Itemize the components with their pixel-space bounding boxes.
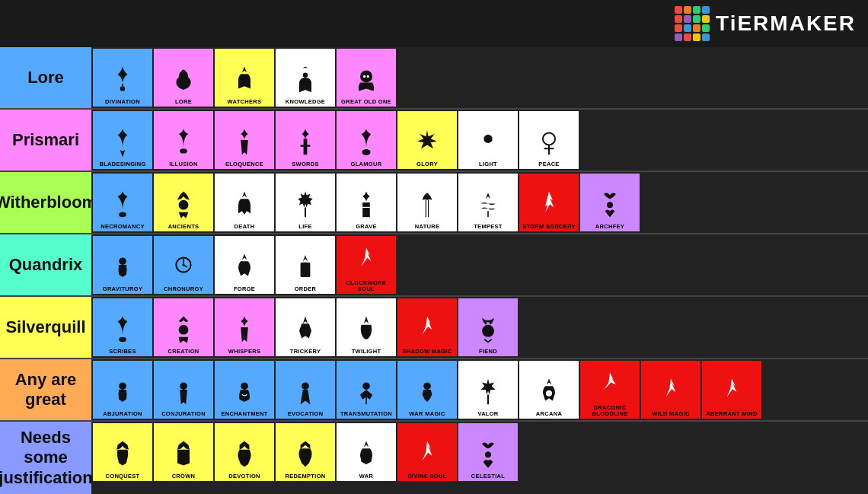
item-label-storm-sorcery: STORM SORCERY <box>522 224 576 230</box>
archfey-icon <box>591 189 629 222</box>
tier-item-creation[interactable]: CREATION <box>154 298 213 356</box>
tier-item-graviturgy[interactable]: GRAVITURGY <box>93 236 152 294</box>
item-label-grave: GRAVE <box>356 224 377 230</box>
tier-item-aberrant-mind[interactable]: ABERRANT MIND <box>702 361 761 419</box>
tier-item-conjuration[interactable]: CONJURATION <box>154 361 213 419</box>
tier-item-lore[interactable]: LORE <box>154 49 213 107</box>
tier-item-archfey[interactable]: ARCHFEY <box>580 174 640 231</box>
tier-item-redemption[interactable]: REDEMPTION <box>276 423 335 481</box>
tier-item-glamour[interactable]: GLAMOUR <box>337 111 396 169</box>
item-label-redemption: REDEMPTION <box>285 473 325 480</box>
tier-item-knowledge[interactable]: KNOWLEDGE <box>276 49 335 107</box>
item-label-forge: FORGE <box>234 286 255 292</box>
logo-pixel <box>702 33 710 41</box>
tier-item-divine-soul[interactable]: DIVINE SOUL <box>397 423 457 481</box>
svg-point-34 <box>423 382 431 390</box>
tier-item-tempest[interactable]: TEMPEST <box>458 174 518 231</box>
tier-item-life[interactable]: LIFE <box>276 174 335 231</box>
tier-item-death[interactable]: DEATH <box>215 174 274 231</box>
grave-icon <box>347 189 385 222</box>
tier-item-twilight[interactable]: TWILIGHT <box>337 298 396 356</box>
svg-point-6 <box>363 75 365 78</box>
tier-item-wild-magic[interactable]: WILD MAGIC <box>641 361 700 419</box>
tier-item-conquest[interactable]: CONQUEST <box>93 423 152 481</box>
item-label-whispers: WHISPERS <box>228 349 260 355</box>
crown-icon <box>164 438 203 472</box>
tier-item-abjuration[interactable]: ABJURATION <box>93 361 152 419</box>
tier-item-divination[interactable]: DIVINATION <box>93 49 152 107</box>
logo-pixel <box>702 6 710 14</box>
tier-item-devotion[interactable]: DEVOTION <box>215 423 274 481</box>
tier-item-chronurgy[interactable]: CHRONURGY <box>154 236 213 294</box>
tier-item-celestial[interactable]: CELESTIAL <box>458 423 518 481</box>
item-label-wild-magic: WILD MAGIC <box>652 411 689 417</box>
tier-item-whispers[interactable]: WHISPERS <box>215 298 274 356</box>
tier-item-valor[interactable]: VALOR <box>458 361 518 419</box>
tier-row-quandrix: QuandrixGRAVITURGYCHRONURGYFORGEORDERCLO… <box>0 234 868 297</box>
logo-pixel <box>675 6 682 14</box>
illusion-icon <box>164 126 203 160</box>
peace-icon <box>530 126 568 160</box>
devotion-icon <box>225 438 263 472</box>
tier-item-trickery[interactable]: TRICKERY <box>276 298 335 356</box>
tier-item-watchers[interactable]: WATCHERS <box>215 49 274 107</box>
tier-item-nature[interactable]: NATURE <box>397 174 457 231</box>
tier-item-scribes[interactable]: SCRIBES <box>93 298 152 356</box>
tiermaker-logo: TiERMAKER <box>675 6 856 41</box>
logo-grid <box>675 6 710 41</box>
storm-sorcery-icon <box>530 189 568 222</box>
logo-pixel <box>675 24 682 32</box>
svg-point-0 <box>120 86 125 91</box>
tier-item-transmutation[interactable]: TRANSMUTATION <box>337 361 396 419</box>
scribes-icon <box>104 314 142 347</box>
tier-item-draconic-bloodline[interactable]: DRACONIC BLOODLINE <box>580 361 640 419</box>
bladesinging-icon <box>104 126 142 160</box>
tier-item-storm-sorcery[interactable]: STORM SORCERY <box>519 174 579 231</box>
watchers-icon <box>225 64 263 97</box>
swords-icon <box>286 126 324 160</box>
tier-item-glory[interactable]: GLORY <box>397 111 457 169</box>
tier-item-eloquence[interactable]: ELOQUENCE <box>215 111 274 169</box>
logo-pixel <box>693 24 700 32</box>
tier-item-war-magic[interactable]: WAR MAGIC <box>397 361 457 419</box>
tier-item-war[interactable]: WAR <box>337 423 396 481</box>
svg-point-28 <box>119 382 126 390</box>
item-label-watchers: WATCHERS <box>228 99 262 105</box>
tier-item-arcana[interactable]: ARCANA <box>519 361 579 419</box>
svg-point-36 <box>546 390 552 397</box>
tier-item-clockwork-soul[interactable]: CLOCKWORK SOUL <box>337 236 396 294</box>
svg-point-12 <box>483 135 492 143</box>
tier-item-ancients[interactable]: ANCIENTS <box>154 174 213 231</box>
logo-pixel <box>675 33 682 41</box>
glory-icon <box>408 126 446 160</box>
tier-label-witherbloom: Witherbloom <box>0 172 91 233</box>
svg-point-16 <box>119 212 126 217</box>
tier-item-fiend[interactable]: FIEND <box>458 298 518 356</box>
tier-item-enchantment[interactable]: ENCHANTMENT <box>215 361 274 419</box>
tier-item-illusion[interactable]: ILLUSION <box>154 111 213 169</box>
tier-item-shadow-magic[interactable]: SHADOW MAGIC <box>397 298 457 356</box>
item-label-lore: LORE <box>175 99 192 105</box>
tier-item-crown[interactable]: CROWN <box>154 423 213 481</box>
tier-item-bladesinging[interactable]: BLADESINGING <box>93 111 152 169</box>
tier-label-prismari: Prismari <box>0 110 91 171</box>
svg-point-3 <box>182 69 186 73</box>
tier-item-swords[interactable]: SWORDS <box>276 111 335 169</box>
header: TiERMAKER <box>0 0 868 47</box>
item-label-graviturgy: GRAVITURGY <box>103 286 142 292</box>
tier-item-evocation[interactable]: EVOCATION <box>276 361 335 419</box>
arcana-icon <box>530 376 568 410</box>
svg-point-21 <box>119 257 126 265</box>
item-label-bladesinging: BLADESINGING <box>99 161 145 167</box>
forge-icon <box>225 251 263 285</box>
tier-item-necromancy[interactable]: NECROMANCY <box>93 174 152 231</box>
tier-item-grave[interactable]: GRAVE <box>337 174 396 231</box>
tier-label-needs-justification: Needs some justification <box>0 422 91 494</box>
tier-item-light[interactable]: LIGHT <box>458 111 518 169</box>
tier-item-peace[interactable]: PEACE <box>519 111 579 169</box>
item-label-draconic-bloodline: DRACONIC BLOODLINE <box>582 405 638 418</box>
tier-item-great-old-one[interactable]: GREAT OLD ONE <box>337 49 396 107</box>
tier-item-forge[interactable]: FORGE <box>215 236 274 294</box>
tier-item-order[interactable]: ORDER <box>276 236 335 294</box>
order-icon <box>286 251 324 285</box>
